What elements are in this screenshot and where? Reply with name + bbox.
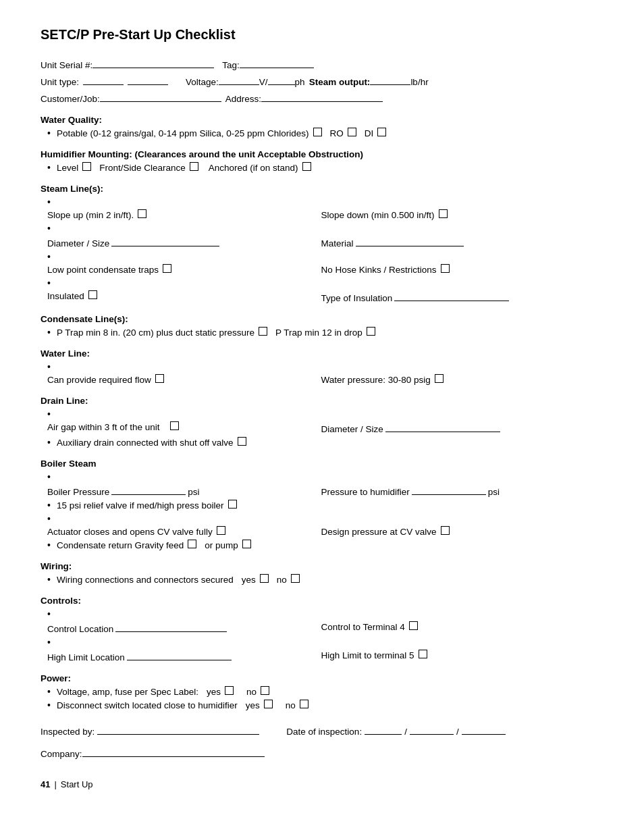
diameter-size-underline[interactable] bbox=[111, 236, 219, 246]
condensate-traps-checkbox[interactable] bbox=[163, 264, 171, 273]
pressure-humidifier-underline[interactable] bbox=[412, 484, 486, 495]
p-trap-checkbox[interactable] bbox=[259, 327, 267, 336]
unit-type-u2[interactable] bbox=[128, 74, 168, 85]
customer-u[interactable] bbox=[100, 91, 221, 102]
date-u2[interactable] bbox=[410, 724, 454, 735]
wiring-list: Wiring connections and connectors secure… bbox=[41, 574, 603, 585]
header-row-3: Customer/Job: Address: bbox=[41, 91, 603, 104]
or-pump-checkbox[interactable] bbox=[242, 540, 251, 548]
relief-valve-checkbox[interactable] bbox=[228, 500, 237, 509]
air-gap-label: Air gap within 3 ft of the unit bbox=[47, 422, 160, 432]
boiler-steam-item-2: 15 psi relief valve if med/high press bo… bbox=[47, 500, 603, 511]
wiring-no-checkbox[interactable] bbox=[291, 574, 300, 583]
voltage-u[interactable] bbox=[219, 74, 259, 85]
power-no-checkbox-2[interactable] bbox=[300, 700, 308, 708]
ph-u[interactable] bbox=[268, 74, 295, 85]
serial-underline[interactable] bbox=[92, 57, 214, 68]
condensate-traps-label: Low point condensate traps bbox=[47, 265, 159, 275]
ro-checkbox[interactable] bbox=[348, 128, 356, 136]
control-location-underline[interactable] bbox=[115, 621, 227, 632]
drain-line-item-1: Air gap within 3 ft of the unit Diameter… bbox=[47, 409, 603, 434]
power-no-label-1: no bbox=[246, 687, 257, 697]
water-line-item-1: Can provide required flow Water pressure… bbox=[47, 361, 603, 385]
material-underline[interactable] bbox=[356, 236, 464, 246]
page-pipe: | bbox=[54, 779, 56, 789]
di-checkbox[interactable] bbox=[377, 128, 386, 136]
humidifier-mounting-title: Humidifier Mounting: (Clearances around … bbox=[41, 149, 603, 159]
insulated-label: Insulated bbox=[47, 291, 84, 301]
insulated-checkbox[interactable] bbox=[88, 290, 97, 299]
power-yes-label-1: yes bbox=[207, 687, 221, 697]
steam-unit: lb/hr bbox=[410, 77, 428, 87]
address-u[interactable] bbox=[261, 91, 383, 102]
wiring-yes-label: yes bbox=[242, 575, 256, 585]
drain-diameter-label: Diameter / Size bbox=[321, 424, 383, 434]
date-sep1: / bbox=[404, 727, 407, 737]
front-side-checkbox[interactable] bbox=[190, 162, 198, 171]
level-label: Level bbox=[57, 163, 78, 173]
design-pressure-checkbox[interactable] bbox=[441, 526, 450, 535]
type-insulation-underline[interactable] bbox=[394, 290, 509, 301]
steam-lines-item-2: Diameter / Size Material bbox=[47, 223, 603, 249]
water-pressure-label: Water pressure: 30-80 psig bbox=[321, 375, 431, 385]
power-yes-label-2: yes bbox=[246, 700, 260, 710]
no-hose-kinks-checkbox[interactable] bbox=[441, 264, 450, 273]
slope-down-checkbox[interactable] bbox=[439, 209, 448, 218]
inspected-by-underline[interactable] bbox=[97, 724, 259, 735]
control-terminal-4-checkbox[interactable] bbox=[409, 621, 418, 630]
controls-title: Controls: bbox=[41, 596, 603, 606]
header-row-2: Unit type: Voltage: V/ ph Steam output: … bbox=[41, 74, 603, 87]
water-line-list: Can provide required flow Water pressure… bbox=[41, 361, 603, 385]
steam-u[interactable] bbox=[370, 74, 410, 85]
relief-valve-label: 15 psi relief valve if med/high press bo… bbox=[57, 500, 224, 511]
steam-lines-item-3: Low point condensate traps No Hose Kinks… bbox=[47, 251, 603, 275]
p-trap-12-checkbox[interactable] bbox=[367, 327, 375, 336]
high-limit-terminal-5-label: High Limit to terminal 5 bbox=[321, 650, 414, 660]
customer-label: Customer/Job: bbox=[41, 94, 100, 104]
high-limit-location-underline[interactable] bbox=[127, 650, 232, 660]
page-number: 41 bbox=[41, 779, 50, 789]
power-list: Voltage, amp, fuse per Spec Label: yes n… bbox=[41, 686, 603, 710]
water-quality-text: Potable (0-12 grains/gal, 0-14 ppm Silic… bbox=[57, 128, 309, 138]
date-u3[interactable] bbox=[462, 724, 506, 735]
controls-item-1: Control Location Control to Terminal 4 bbox=[47, 608, 603, 634]
high-limit-location-label: High Limit Location bbox=[47, 652, 125, 662]
drain-diameter-underline[interactable] bbox=[385, 421, 500, 432]
power-title: Power: bbox=[41, 673, 603, 683]
water-pressure-checkbox[interactable] bbox=[435, 374, 444, 383]
water-line-title: Water Line: bbox=[41, 348, 603, 359]
condensate-lines-title: Condensate Line(s): bbox=[41, 314, 603, 324]
auxiliary-drain-checkbox[interactable] bbox=[238, 437, 246, 446]
level-checkbox[interactable] bbox=[82, 162, 91, 171]
company-underline[interactable] bbox=[82, 746, 265, 757]
wiring-yes-checkbox[interactable] bbox=[260, 574, 269, 583]
high-limit-terminal-5-checkbox[interactable] bbox=[419, 650, 427, 658]
condensate-gravity-checkbox[interactable] bbox=[188, 540, 196, 548]
voltage-label: Voltage: bbox=[186, 77, 219, 87]
date-u1[interactable] bbox=[365, 724, 402, 735]
company-label: Company: bbox=[41, 749, 82, 759]
water-quality-checkbox[interactable] bbox=[313, 128, 322, 136]
slope-up-checkbox[interactable] bbox=[138, 209, 146, 218]
boiler-steam-item-4: Condensate return Gravity feed or pump bbox=[47, 540, 603, 550]
control-location-label: Control Location bbox=[47, 624, 113, 634]
boiler-steam-item-3: Actuator closes and opens CV valve fully… bbox=[47, 513, 603, 537]
ro-label: RO bbox=[330, 128, 344, 138]
page-title: SETC/P Pre-Start Up Checklist bbox=[41, 27, 603, 43]
power-yes-checkbox-2[interactable] bbox=[264, 700, 273, 708]
boiler-pressure-underline[interactable] bbox=[111, 484, 186, 495]
air-gap-checkbox[interactable] bbox=[170, 421, 179, 430]
company-row: Company: bbox=[41, 746, 603, 759]
anchored-checkbox[interactable] bbox=[302, 162, 311, 171]
condensate-return-label: Condensate return Gravity feed bbox=[57, 540, 184, 550]
power-no-checkbox-1[interactable] bbox=[261, 686, 269, 695]
p-trap-12-label: P Trap min 12 in drop bbox=[275, 328, 363, 338]
power-item-2: Disconnect switch located close to humid… bbox=[47, 700, 603, 710]
actuator-checkbox[interactable] bbox=[217, 526, 225, 535]
unit-type-u1[interactable] bbox=[83, 74, 124, 85]
tag-underline[interactable] bbox=[240, 57, 314, 68]
power-yes-checkbox-1[interactable] bbox=[225, 686, 234, 695]
required-flow-checkbox[interactable] bbox=[155, 374, 164, 383]
condensate-lines-list: P Trap min 8 in. (20 cm) plus duct stati… bbox=[41, 327, 603, 338]
design-pressure-label: Design pressure at CV valve bbox=[321, 527, 437, 537]
